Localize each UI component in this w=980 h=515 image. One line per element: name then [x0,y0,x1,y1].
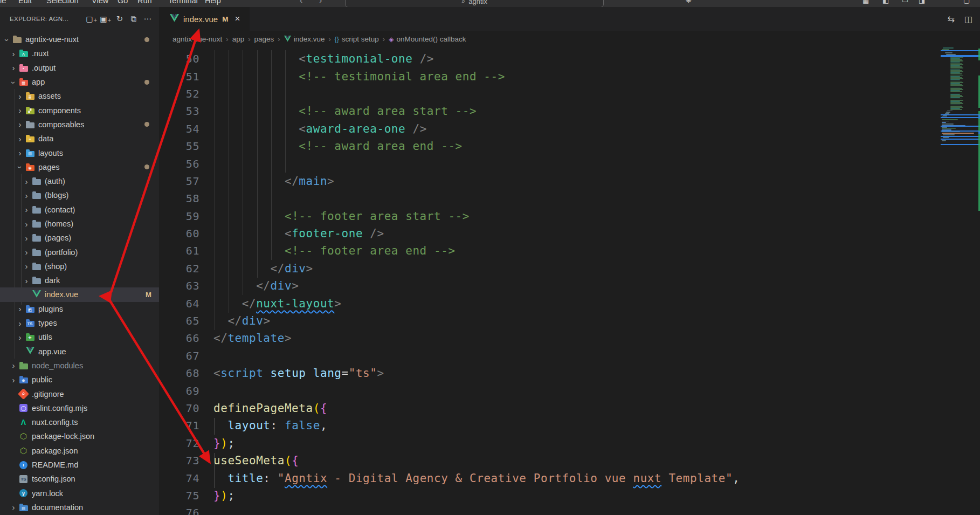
tree-item-package.json[interactable]: ⬡package.json [0,444,159,458]
tree-item-eslint.config.mjs[interactable]: ◯eslint.config.mjs [0,401,159,415]
code-line-62[interactable]: 62 </div> [159,260,980,277]
chevron-right-icon[interactable]: › [16,92,24,101]
tree-item--pages-[interactable]: ›(pages) [0,231,159,245]
tab-close-icon[interactable]: × [234,13,240,24]
code-line-76[interactable]: 76 [159,504,980,515]
tree-item-layouts[interactable]: ›▥layouts [0,146,159,160]
chevron-down-icon[interactable]: › [3,36,12,44]
toggle-secondary-sidebar-icon[interactable]: ◨ [919,0,925,4]
tree-item-package-lock.json[interactable]: ⬡package-lock.json [0,429,159,443]
chevron-right-icon[interactable]: › [23,262,30,271]
window-corner-icon[interactable]: ▢ [963,0,970,4]
code-line-57[interactable]: 57 </main> [159,173,980,190]
menu-run[interactable]: Run [137,0,152,6]
code-line-73[interactable]: 73useSeoMeta({ [159,452,980,469]
new-file-icon[interactable]: ▢₊ [85,15,99,24]
code-line-59[interactable]: 59 <!-- footer area start --> [159,208,980,225]
breadcrumb-item[interactable]: index.vue [284,35,325,43]
tree-item-.output[interactable]: ›▪.output [0,61,159,75]
tree-item-index.vue[interactable]: index.vueM [0,287,159,301]
refresh-explorer-icon[interactable]: ↻ [113,15,127,24]
menu-selection[interactable]: Selection [46,0,79,6]
tree-item-yarn.lock[interactable]: yyarn.lock [0,486,159,500]
chevron-right-icon[interactable]: › [23,234,30,243]
chevron-right-icon[interactable]: › [16,148,24,157]
chevron-right-icon[interactable]: › [23,177,30,186]
code-line-75[interactable]: 75}); [159,487,980,504]
code-line-71[interactable]: 71 layout: false, [159,417,980,434]
chevron-right-icon[interactable]: › [16,319,24,328]
tree-item-public[interactable]: ›⊕public [0,373,159,387]
code-line-58[interactable]: 58 [159,190,980,207]
code-line-56[interactable]: 56 [159,155,980,172]
code-line-54[interactable]: 54 <award-area-one /> [159,120,980,138]
code-line-53[interactable]: 53 <!-- award area start --> [159,102,980,120]
chevron-down-icon[interactable]: › [9,79,18,86]
menu-help[interactable]: Help [205,0,221,6]
breadcrumb-item[interactable]: ◈onMounted() callback [389,35,466,43]
tree-item-assets[interactable]: ›≣assets [0,89,159,103]
code-line-52[interactable]: 52 [159,85,980,102]
tree-item-app[interactable]: ›▦app [0,75,159,89]
chevron-right-icon[interactable]: › [10,49,17,58]
breadcrumb-item[interactable]: {}script setup [335,35,379,43]
toggle-panel-icon[interactable]: ▭ [902,0,908,4]
code-line-61[interactable]: 61 <!-- footer area end --> [159,242,980,259]
chevron-right-icon[interactable]: › [23,191,30,200]
code-line-55[interactable]: 55 <!-- award area end --> [159,138,980,155]
tree-item--portfolio-[interactable]: ›(portfolio) [0,245,159,259]
tree-item-nuxt.config.ts[interactable]: Λnuxt.config.ts [0,415,159,429]
code-line-63[interactable]: 63 </div> [159,277,980,294]
code-line-72[interactable]: 72}); [159,435,980,452]
open-changes-icon[interactable]: ⇆ [947,14,954,24]
minimap[interactable] [941,47,980,515]
chevron-right-icon[interactable]: › [16,304,24,313]
breadcrumb-item[interactable]: app [232,35,245,43]
titlebar-aux-icon[interactable]: ❋ [686,0,692,4]
tree-item-node-modules[interactable]: ›node_modules [0,359,159,373]
chevron-right-icon[interactable]: › [16,333,24,342]
chevron-right-icon[interactable]: › [10,375,17,384]
menu-terminal[interactable]: Terminal [168,0,198,6]
code-editor[interactable]: 49 <!-- testimonial area start -->50 <te… [159,47,980,515]
chevron-right-icon[interactable]: › [16,134,24,143]
breadcrumb-item[interactable]: agntix-vue-nuxt [172,35,222,43]
more-actions-icon[interactable]: ⋯ [141,15,155,24]
toggle-sidebar-icon[interactable]: ◧ [882,0,889,4]
tree-item-pages[interactable]: ›◉pages [0,160,159,174]
tree-item-agntix-vue-nuxt[interactable]: ›agntix-vue-nuxt [0,32,159,46]
new-folder-icon[interactable]: ▣₊ [99,15,113,24]
menu-edit[interactable]: Edit [18,0,32,6]
tree-item--blogs-[interactable]: ›(blogs) [0,188,159,202]
chevron-right-icon[interactable]: › [23,219,30,229]
tree-item-data[interactable]: ›≡data [0,132,159,146]
menu-go[interactable]: Go [118,0,128,6]
code-line-51[interactable]: 51 <!-- testimonial area end --> [159,67,980,85]
code-line-60[interactable]: 60 <footer-one /> [159,225,980,242]
code-line-65[interactable]: 65 </div> [159,312,980,329]
tree-item-documentation[interactable]: ›▤documentation [0,500,159,514]
tree-item-.gitignore[interactable]: ⑂.gitignore [0,387,159,401]
tree-item-utils[interactable]: ›✚utils [0,330,159,344]
tree-item-composables[interactable]: ›composables [0,118,159,132]
code-line-69[interactable]: 69 [159,382,980,399]
tree-item--homes-[interactable]: ›(homes) [0,217,159,231]
tree-item--auth-[interactable]: ›(auth) [0,174,159,188]
customize-layout-icon[interactable]: ▦ [862,0,869,4]
code-line-74[interactable]: 74 title: "Agntix - Digital Agency & Cre… [159,469,980,486]
tab-index.vue[interactable]: index.vue M × [159,7,250,31]
chevron-right-icon[interactable]: › [23,248,30,257]
collapse-folders-icon[interactable]: ⧉ [127,15,141,24]
breadcrumb-item[interactable]: pages [254,35,274,43]
code-line-66[interactable]: 66</template> [159,329,980,347]
chevron-down-icon[interactable]: › [16,164,25,171]
chevron-right-icon[interactable]: › [16,120,24,129]
tree-item-app.vue[interactable]: app.vue [0,345,159,359]
command-center-search[interactable]: ⌕ agntix [345,0,604,7]
code-line-68[interactable]: 68<script setup lang="ts"> [159,365,980,382]
chevron-right-icon[interactable]: › [16,106,24,115]
code-line-67[interactable]: 67 [159,347,980,365]
chevron-right-icon[interactable]: › [10,361,17,370]
menu-view[interactable]: View [92,0,108,6]
split-editor-icon[interactable]: ◫ [964,14,972,24]
